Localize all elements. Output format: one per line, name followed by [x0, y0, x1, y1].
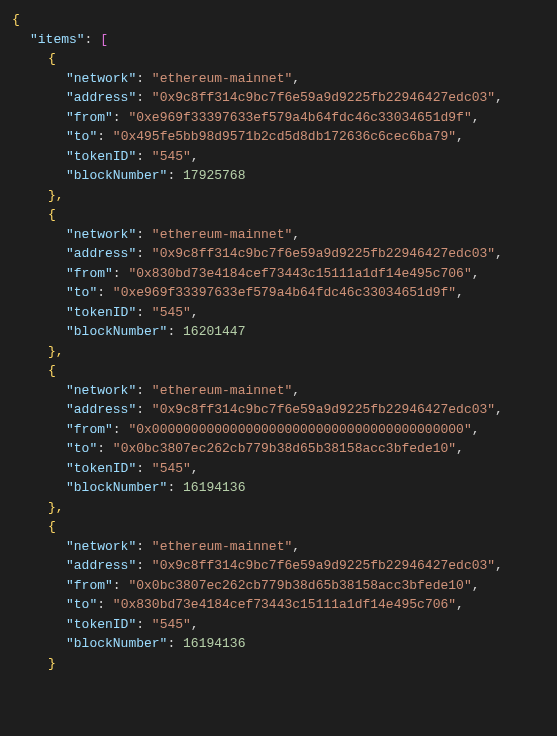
json-key: "blockNumber"	[66, 168, 167, 183]
kv-network: "network": "ethereum-mainnet",	[12, 537, 557, 557]
kv-to: "to": "0x0bc3807ec262cb779b38d65b38158ac…	[12, 439, 557, 459]
object-open: {	[12, 205, 557, 225]
kv-address: "address": "0x9c8ff314c9bc7f6e59a9d9225f…	[12, 88, 557, 108]
brace-token: {	[48, 519, 56, 534]
json-key: "tokenID"	[66, 617, 136, 632]
brace-token: },	[48, 344, 64, 359]
brace-token: {	[12, 12, 20, 27]
json-key: "address"	[66, 90, 136, 105]
json-key: "to"	[66, 441, 97, 456]
json-key: "network"	[66, 71, 136, 86]
object-open: {	[12, 517, 557, 537]
json-key: "network"	[66, 383, 136, 398]
json-key: "to"	[66, 285, 97, 300]
json-key: "address"	[66, 558, 136, 573]
json-number: 16194136	[183, 480, 245, 495]
json-string: "545"	[152, 149, 191, 164]
json-string: "0x0bc3807ec262cb779b38d65b38158acc3bfed…	[128, 578, 471, 593]
kv-address: "address": "0x9c8ff314c9bc7f6e59a9d9225f…	[12, 400, 557, 420]
object-open: {	[12, 49, 557, 69]
json-number: 16194136	[183, 636, 245, 651]
brace-token: {	[48, 207, 56, 222]
kv-tokenid: "tokenID": "545",	[12, 147, 557, 167]
kv-to: "to": "0xe969f33397633ef579a4b64fdc46c33…	[12, 283, 557, 303]
kv-network: "network": "ethereum-mainnet",	[12, 225, 557, 245]
json-key: "tokenID"	[66, 149, 136, 164]
json-string: "545"	[152, 461, 191, 476]
json-number: 16201447	[183, 324, 245, 339]
kv-from: "from": "0x0bc3807ec262cb779b38d65b38158…	[12, 576, 557, 596]
json-number: 17925768	[183, 168, 245, 183]
kv-network: "network": "ethereum-mainnet",	[12, 381, 557, 401]
json-string: "0x9c8ff314c9bc7f6e59a9d9225fb22946427ed…	[152, 246, 495, 261]
json-key: "blockNumber"	[66, 324, 167, 339]
kv-from: "from": "0xe969f33397633ef579a4b64fdc46c…	[12, 108, 557, 128]
json-key: "from"	[66, 110, 113, 125]
json-key: "address"	[66, 246, 136, 261]
json-key: "to"	[66, 597, 97, 612]
json-string: "0x830bd73e4184cef73443c15111a1df14e495c…	[128, 266, 471, 281]
object-close: },	[12, 498, 557, 518]
brace-token: }	[48, 656, 56, 671]
json-key: "address"	[66, 402, 136, 417]
items-key-line: "items": [	[12, 30, 557, 50]
json-key: "network"	[66, 539, 136, 554]
brace-token: {	[48, 51, 56, 66]
kv-from: "from": "0x00000000000000000000000000000…	[12, 420, 557, 440]
json-string: "0x0bc3807ec262cb779b38d65b38158acc3bfed…	[113, 441, 456, 456]
json-string: "0xe969f33397633ef579a4b64fdc46c33034651…	[113, 285, 456, 300]
json-string: "0x495fe5bb98d9571b2cd5d8db172636c6cec6b…	[113, 129, 456, 144]
brace-token: },	[48, 188, 64, 203]
object-close: },	[12, 186, 557, 206]
json-string: "0xe969f33397633ef579a4b64fdc46c33034651…	[128, 110, 471, 125]
json-string: "545"	[152, 305, 191, 320]
json-string: "ethereum-mainnet"	[152, 539, 292, 554]
kv-address: "address": "0x9c8ff314c9bc7f6e59a9d9225f…	[12, 556, 557, 576]
brace-token: },	[48, 500, 64, 515]
json-code-block: { "items": [ { "network": "ethereum-main…	[12, 10, 557, 673]
json-key: "tokenID"	[66, 305, 136, 320]
json-string: "545"	[152, 617, 191, 632]
kv-tokenid: "tokenID": "545",	[12, 303, 557, 323]
object-close: },	[12, 342, 557, 362]
kv-to: "to": "0x495fe5bb98d9571b2cd5d8db172636c…	[12, 127, 557, 147]
json-string: "0x830bd73e4184cef73443c15111a1df14e495c…	[113, 597, 456, 612]
json-key: "blockNumber"	[66, 636, 167, 651]
json-key: "to"	[66, 129, 97, 144]
json-key: "from"	[66, 266, 113, 281]
object-open: {	[12, 361, 557, 381]
kv-tokenid: "tokenID": "545",	[12, 615, 557, 635]
json-key-items: "items"	[30, 32, 85, 47]
json-key: "network"	[66, 227, 136, 242]
root-open-brace: {	[12, 10, 557, 30]
kv-address: "address": "0x9c8ff314c9bc7f6e59a9d9225f…	[12, 244, 557, 264]
json-key: "tokenID"	[66, 461, 136, 476]
json-string: "0x0000000000000000000000000000000000000…	[128, 422, 471, 437]
json-key: "blockNumber"	[66, 480, 167, 495]
json-string: "ethereum-mainnet"	[152, 71, 292, 86]
kv-blocknumber: "blockNumber": 16194136	[12, 634, 557, 654]
json-string: "ethereum-mainnet"	[152, 227, 292, 242]
json-string: "0x9c8ff314c9bc7f6e59a9d9225fb22946427ed…	[152, 90, 495, 105]
kv-blocknumber: "blockNumber": 16201447	[12, 322, 557, 342]
brace-token: {	[48, 363, 56, 378]
array-open-bracket: [	[100, 32, 108, 47]
kv-from: "from": "0x830bd73e4184cef73443c15111a1d…	[12, 264, 557, 284]
kv-network: "network": "ethereum-mainnet",	[12, 69, 557, 89]
kv-blocknumber: "blockNumber": 16194136	[12, 478, 557, 498]
json-string: "ethereum-mainnet"	[152, 383, 292, 398]
kv-blocknumber: "blockNumber": 17925768	[12, 166, 557, 186]
json-key: "from"	[66, 422, 113, 437]
kv-to: "to": "0x830bd73e4184cef73443c15111a1df1…	[12, 595, 557, 615]
json-string: "0x9c8ff314c9bc7f6e59a9d9225fb22946427ed…	[152, 402, 495, 417]
object-close: }	[12, 654, 557, 674]
colon-token: :	[85, 32, 101, 47]
json-key: "from"	[66, 578, 113, 593]
json-string: "0x9c8ff314c9bc7f6e59a9d9225fb22946427ed…	[152, 558, 495, 573]
kv-tokenid: "tokenID": "545",	[12, 459, 557, 479]
